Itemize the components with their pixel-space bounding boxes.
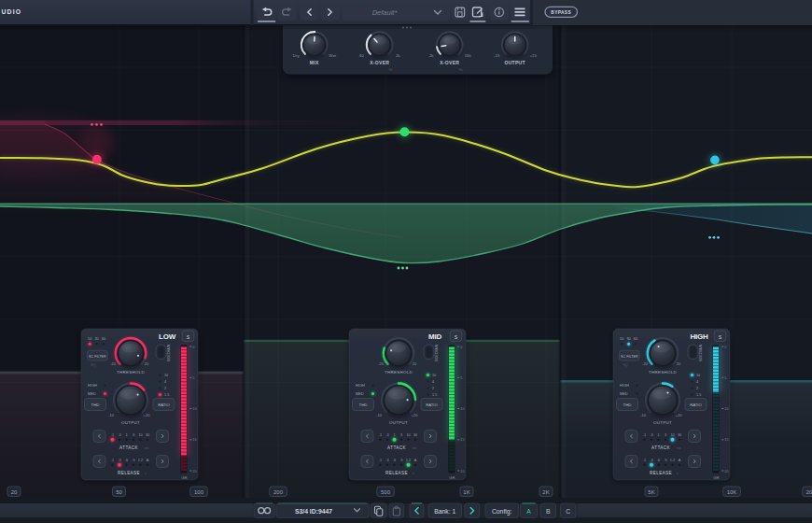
svg-text:-10: -10 xyxy=(108,413,115,417)
svg-text:THRESHOLD: THRESHOLD xyxy=(385,370,413,375)
svg-text:RATIO: RATIO xyxy=(426,403,438,407)
svg-text:15k: 15k xyxy=(465,53,472,58)
svg-text:15: 15 xyxy=(460,437,464,442)
svg-text:10: 10 xyxy=(670,433,674,437)
svg-text:1.2: 1.2 xyxy=(670,459,675,462)
svg-text:Config:: Config: xyxy=(492,508,512,516)
svg-text:1.5: 1.5 xyxy=(164,393,169,397)
svg-text:MED: MED xyxy=(88,391,96,396)
svg-text:S3/4 ID:9447: S3/4 ID:9447 xyxy=(295,508,332,515)
svg-text:.1: .1 xyxy=(643,459,646,462)
svg-text:SIDECHAIN: SIDECHAIN xyxy=(435,344,439,361)
svg-text:RATIO: RATIO xyxy=(158,403,170,407)
svg-text:A: A xyxy=(147,459,149,462)
svg-text:Hz: Hz xyxy=(388,68,393,72)
svg-text:5: 5 xyxy=(460,375,462,380)
svg-text:.3: .3 xyxy=(385,459,388,462)
svg-text:-15: -15 xyxy=(494,53,500,58)
svg-text:HQ: HQ xyxy=(623,363,627,367)
svg-text:-20: -20 xyxy=(642,361,649,366)
svg-text:10: 10 xyxy=(696,374,700,377)
svg-text:RATIO: RATIO xyxy=(690,403,702,407)
svg-text:Wet: Wet xyxy=(329,53,337,58)
svg-text:50: 50 xyxy=(116,489,122,495)
svg-text:20K: 20K xyxy=(806,489,812,495)
svg-text:+20: +20 xyxy=(144,413,151,417)
svg-text:S: S xyxy=(719,334,722,340)
svg-text:1.5: 1.5 xyxy=(432,393,437,397)
svg-text:.3: .3 xyxy=(118,433,120,437)
svg-text:.9: .9 xyxy=(664,459,666,462)
svg-text:+15: +15 xyxy=(529,53,537,58)
svg-text:20: 20 xyxy=(11,489,18,495)
svg-text:.1: .1 xyxy=(111,459,114,462)
svg-text:HIGH: HIGH xyxy=(356,383,365,388)
svg-text:UDIO: UDIO xyxy=(2,8,22,15)
svg-text:20: 20 xyxy=(145,361,149,366)
svg-text:1: 1 xyxy=(393,433,395,437)
svg-text:.1: .1 xyxy=(379,433,382,437)
svg-text:2k: 2k xyxy=(396,53,400,58)
svg-text:MIX: MIX xyxy=(310,60,319,65)
svg-text:15: 15 xyxy=(724,437,728,442)
svg-text:10: 10 xyxy=(432,374,436,377)
svg-text:B: B xyxy=(546,508,551,515)
svg-text:.6: .6 xyxy=(657,459,660,462)
svg-text:A: A xyxy=(526,508,531,515)
svg-text:4: 4 xyxy=(696,380,698,384)
svg-text:BYPASS: BYPASS xyxy=(551,10,571,15)
svg-text:.9: .9 xyxy=(399,459,402,462)
svg-text:5: 5 xyxy=(192,375,194,380)
svg-text:ms: ms xyxy=(677,446,681,450)
svg-text:30: 30 xyxy=(678,433,681,437)
svg-text:+20: +20 xyxy=(412,413,419,417)
svg-text:THRESHOLD: THRESHOLD xyxy=(649,370,677,375)
svg-text:OUTPUT: OUTPUT xyxy=(121,420,140,425)
svg-text:Hz: Hz xyxy=(458,68,463,72)
svg-text:200: 200 xyxy=(273,489,284,495)
svg-text:Dry: Dry xyxy=(293,53,301,58)
svg-text:100: 100 xyxy=(194,489,204,495)
svg-text:10: 10 xyxy=(164,374,168,377)
svg-text:THD: THD xyxy=(358,403,367,407)
svg-text:SC FILTER: SC FILTER xyxy=(89,355,106,359)
svg-text:THD: THD xyxy=(623,403,631,407)
svg-text:OUTPUT: OUTPUT xyxy=(653,420,672,425)
svg-text:OUTPUT: OUTPUT xyxy=(389,420,408,425)
svg-text:4: 4 xyxy=(164,380,166,384)
svg-text:1.5: 1.5 xyxy=(696,393,701,397)
svg-text:SIDECHAIN: SIDECHAIN xyxy=(699,344,703,361)
svg-text:MED: MED xyxy=(356,391,364,396)
svg-text:5: 5 xyxy=(724,375,726,380)
svg-text:ATTACK: ATTACK xyxy=(651,445,670,450)
svg-text:C: C xyxy=(566,508,570,515)
svg-text:1K: 1K xyxy=(463,489,469,495)
svg-text:20: 20 xyxy=(413,361,417,366)
svg-text:GR: GR xyxy=(713,475,719,480)
svg-text:1: 1 xyxy=(657,433,659,437)
svg-text:-20: -20 xyxy=(110,361,117,366)
svg-text:-10: -10 xyxy=(376,413,383,417)
svg-text:S: S xyxy=(455,334,458,340)
svg-text:RELEASE: RELEASE xyxy=(118,471,140,475)
svg-text:500: 500 xyxy=(381,489,391,495)
svg-text:OUTPUT: OUTPUT xyxy=(505,60,525,65)
svg-text:40: 40 xyxy=(359,53,364,58)
svg-text:.1: .1 xyxy=(643,433,646,437)
svg-text:.6: .6 xyxy=(125,459,128,462)
svg-text:A: A xyxy=(679,459,681,462)
svg-text:.9: .9 xyxy=(132,459,134,462)
svg-text:10: 10 xyxy=(406,433,410,437)
svg-text:1: 1 xyxy=(125,433,127,437)
svg-text:RELEASE: RELEASE xyxy=(650,471,672,475)
svg-text:.3: .3 xyxy=(650,459,652,462)
svg-text:Bank: 1: Bank: 1 xyxy=(434,508,455,515)
svg-text:THD: THD xyxy=(91,403,99,407)
svg-text:SC FILTER: SC FILTER xyxy=(621,355,638,359)
svg-text:1.2: 1.2 xyxy=(138,459,143,462)
svg-text:GR: GR xyxy=(449,475,455,480)
svg-text:GR: GR xyxy=(181,475,187,480)
svg-text:LOW: LOW xyxy=(159,332,176,341)
svg-text:SIDECHAIN: SIDECHAIN xyxy=(167,344,171,361)
svg-text:-10: -10 xyxy=(640,413,647,417)
